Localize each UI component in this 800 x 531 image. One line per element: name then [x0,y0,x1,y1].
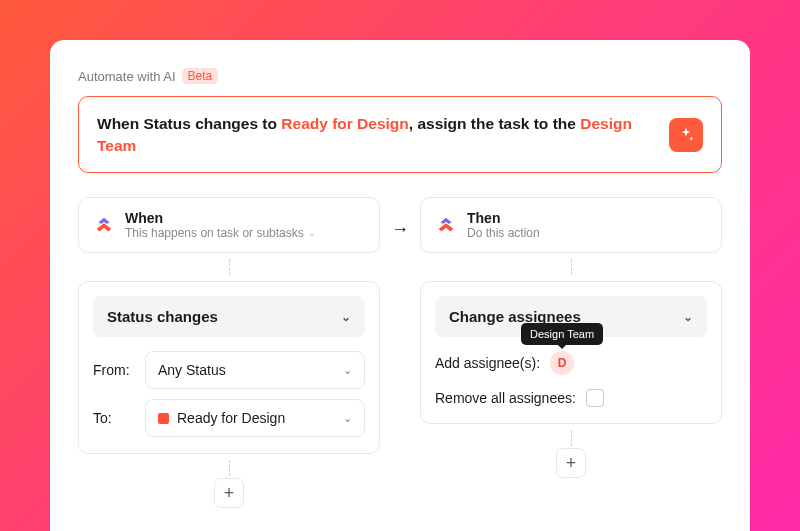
avatar: D [550,351,574,375]
remove-assignees-label: Remove all assignees: [435,390,576,406]
to-status-dropdown[interactable]: Ready for Design ⌄ [145,399,365,437]
chevron-down-icon: ⌄ [308,228,316,238]
add-trigger-button[interactable]: + [214,478,244,508]
beta-badge: Beta [182,68,219,84]
connector-line [571,430,572,446]
connector-line [571,259,572,275]
then-subtitle: Do this action [467,226,540,240]
remove-assignees-checkbox[interactable] [586,389,604,407]
then-title: Then [467,210,540,226]
chevron-down-icon: ⌄ [341,310,351,324]
assignee-chip[interactable]: Design Team D [550,351,574,375]
chevron-down-icon: ⌄ [683,310,693,324]
when-column: When This happens on task or subtasks ⌄ … [78,197,380,508]
builder-columns: When This happens on task or subtasks ⌄ … [78,197,722,508]
arrow-right-icon: → [380,197,420,240]
ai-prompt-input[interactable]: When Status changes to Ready for Design,… [78,96,722,173]
when-subtitle: This happens on task or subtasks [125,226,304,240]
prompt-seg-0: When Status changes to [97,115,281,132]
prompt-seg-1: Ready for Design [281,115,408,132]
then-column: Then Do this action Change assignees ⌄ A… [420,197,722,478]
add-action-button[interactable]: + [556,448,586,478]
from-label: From: [93,362,137,378]
when-panel: Status changes ⌄ From: Any Status ⌄ To: … [78,281,380,454]
then-panel: Change assignees ⌄ Add assignee(s): Desi… [420,281,722,424]
plus-icon: + [224,483,235,504]
sparkle-icon [677,126,695,144]
trigger-type-select[interactable]: Status changes ⌄ [93,296,365,337]
add-assignee-label: Add assignee(s): [435,355,540,371]
assignee-tooltip: Design Team [521,323,603,345]
plus-icon: + [566,453,577,474]
ai-generate-button[interactable] [669,118,703,152]
from-status-value: Any Status [158,362,226,378]
connector-line [229,460,230,476]
connector-line [229,259,230,275]
prompt-seg-2: , assign the task to the [409,115,580,132]
when-header-card[interactable]: When This happens on task or subtasks ⌄ [78,197,380,253]
to-label: To: [93,410,137,426]
then-header-card[interactable]: Then Do this action [420,197,722,253]
chevron-down-icon: ⌄ [343,364,352,377]
clickup-logo-icon [93,214,115,236]
trigger-type-label: Status changes [107,308,218,325]
clickup-logo-icon [435,214,457,236]
status-color-dot [158,413,169,424]
ai-prompt-text: When Status changes to Ready for Design,… [97,113,657,156]
to-status-value: Ready for Design [177,410,285,426]
automate-header: Automate with AI Beta [78,68,722,84]
chevron-down-icon: ⌄ [343,412,352,425]
when-title: When [125,210,316,226]
automate-label: Automate with AI [78,69,176,84]
automation-builder-window: Automate with AI Beta When Status change… [50,40,750,531]
from-status-dropdown[interactable]: Any Status ⌄ [145,351,365,389]
